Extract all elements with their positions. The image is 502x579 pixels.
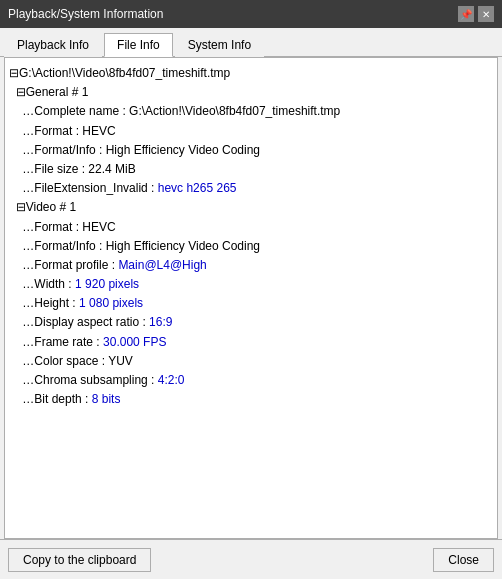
footer: Copy to the clipboard Close (0, 539, 502, 579)
video-items: … Format : HEVC … Format/Info : High Eff… (9, 218, 493, 410)
general-items: … Complete name : G:\Action!\Video\8fb4f… (9, 102, 493, 198)
tree-item: … Frame rate : 30.000 FPS (9, 333, 493, 352)
pin-button[interactable]: 📌 (458, 6, 474, 22)
tree-item: … Color space : YUV (9, 352, 493, 371)
titlebar-close-button[interactable]: ✕ (478, 6, 494, 22)
title-bar: Playback/System Information 📌 ✕ (0, 0, 502, 28)
tabs: Playback Info File Info System Info (0, 28, 502, 57)
tree: ⊟ G:\Action!\Video\8fb4fd07_timeshift.tm… (9, 64, 493, 409)
tree-item: … Format : HEVC (9, 218, 493, 237)
tree-item: … Display aspect ratio : 16:9 (9, 313, 493, 332)
tree-root: ⊟ G:\Action!\Video\8fb4fd07_timeshift.tm… (9, 64, 493, 83)
tree-item: … Chroma subsampling : 4:2:0 (9, 371, 493, 390)
tree-item: … File size : 22.4 MiB (9, 160, 493, 179)
file-info-content: ⊟ G:\Action!\Video\8fb4fd07_timeshift.tm… (4, 57, 498, 539)
tree-item: … Width : 1 920 pixels (9, 275, 493, 294)
tab-file-info[interactable]: File Info (104, 33, 173, 57)
tree-item: … Bit depth : 8 bits (9, 390, 493, 409)
tree-item: … Complete name : G:\Action!\Video\8fb4f… (9, 102, 493, 121)
tree-general-header: ⊟ General # 1 (9, 83, 493, 102)
tree-item: … Format/Info : High Efficiency Video Co… (9, 237, 493, 256)
tree-item: … Format profile : Main@L4@High (9, 256, 493, 275)
tree-video-header: ⊟ Video # 1 (9, 198, 493, 217)
tree-item: … FileExtension_Invalid : hevc h265 265 (9, 179, 493, 198)
tree-item: … Height : 1 080 pixels (9, 294, 493, 313)
tree-item: … Format/Info : High Efficiency Video Co… (9, 141, 493, 160)
general-header-label: General # 1 (26, 83, 89, 102)
title-bar-text: Playback/System Information (8, 7, 163, 21)
tab-playback-info[interactable]: Playback Info (4, 33, 102, 57)
copy-clipboard-button[interactable]: Copy to the clipboard (8, 548, 151, 572)
title-bar-controls: 📌 ✕ (458, 6, 494, 22)
tree-root-label: G:\Action!\Video\8fb4fd07_timeshift.tmp (19, 64, 230, 83)
tree-item: … Format : HEVC (9, 122, 493, 141)
tab-system-info[interactable]: System Info (175, 33, 264, 57)
close-button[interactable]: Close (433, 548, 494, 572)
video-header-label: Video # 1 (26, 198, 77, 217)
